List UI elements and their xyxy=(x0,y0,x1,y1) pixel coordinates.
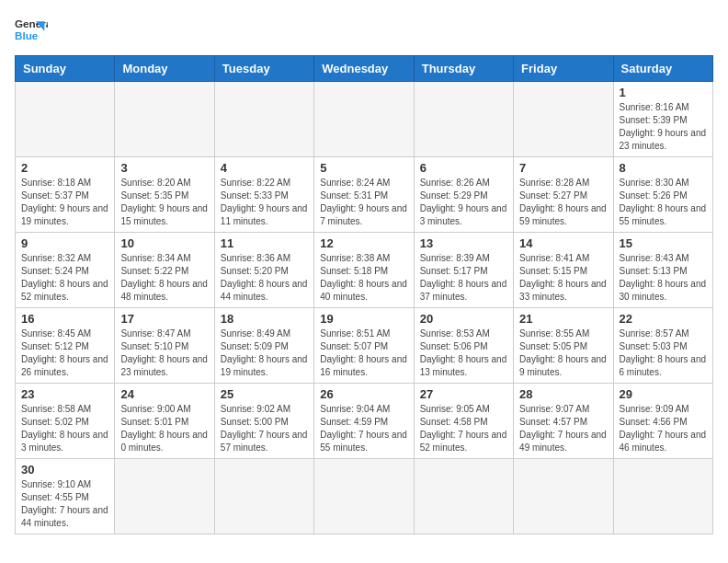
day-number: 19 xyxy=(320,312,407,326)
day-info: Sunrise: 9:10 AM Sunset: 4:55 PM Dayligh… xyxy=(21,478,108,530)
logo-icon: General Blue xyxy=(15,15,48,48)
day-number: 24 xyxy=(120,387,208,401)
calendar-cell: 8Sunrise: 8:30 AM Sunset: 5:26 PM Daylig… xyxy=(613,157,712,233)
day-number: 12 xyxy=(320,236,407,250)
calendar-cell: 13Sunrise: 8:39 AM Sunset: 5:17 PM Dayli… xyxy=(414,233,513,308)
calendar-cell xyxy=(214,459,313,534)
day-info: Sunrise: 8:28 AM Sunset: 5:27 PM Dayligh… xyxy=(519,177,607,228)
calendar-cell: 12Sunrise: 8:38 AM Sunset: 5:18 PM Dayli… xyxy=(314,233,414,308)
calendar-cell: 7Sunrise: 8:28 AM Sunset: 5:27 PM Daylig… xyxy=(514,157,613,233)
day-info: Sunrise: 8:49 AM Sunset: 5:09 PM Dayligh… xyxy=(221,327,308,379)
day-info: Sunrise: 8:43 AM Sunset: 5:13 PM Dayligh… xyxy=(620,252,707,304)
calendar-cell xyxy=(115,459,214,534)
svg-text:Blue: Blue xyxy=(15,29,39,41)
day-number: 21 xyxy=(519,312,607,326)
day-number: 30 xyxy=(21,463,108,477)
calendar-cell: 22Sunrise: 8:57 AM Sunset: 5:03 PM Dayli… xyxy=(613,308,712,384)
day-number: 25 xyxy=(221,387,308,401)
day-number: 20 xyxy=(420,312,507,326)
logo: General Blue xyxy=(15,15,48,48)
day-number: 4 xyxy=(221,161,308,175)
day-number: 10 xyxy=(120,236,208,250)
calendar-cell xyxy=(613,459,712,534)
calendar-cell: 24Sunrise: 9:00 AM Sunset: 5:01 PM Dayli… xyxy=(115,384,214,459)
day-info: Sunrise: 8:41 AM Sunset: 5:15 PM Dayligh… xyxy=(519,252,607,304)
day-number: 13 xyxy=(420,236,507,250)
day-number: 5 xyxy=(320,161,407,175)
calendar-cell xyxy=(414,82,513,157)
day-info: Sunrise: 8:45 AM Sunset: 5:12 PM Dayligh… xyxy=(21,327,108,379)
day-number: 28 xyxy=(519,387,607,401)
day-of-week-header: Saturday xyxy=(613,56,712,82)
calendar-cell: 15Sunrise: 8:43 AM Sunset: 5:13 PM Dayli… xyxy=(613,233,712,308)
day-info: Sunrise: 8:32 AM Sunset: 5:24 PM Dayligh… xyxy=(21,252,108,304)
calendar-week-row: 30Sunrise: 9:10 AM Sunset: 4:55 PM Dayli… xyxy=(16,459,713,534)
calendar-cell: 21Sunrise: 8:55 AM Sunset: 5:05 PM Dayli… xyxy=(514,308,613,384)
calendar-cell: 10Sunrise: 8:34 AM Sunset: 5:22 PM Dayli… xyxy=(115,233,214,308)
day-number: 26 xyxy=(320,387,407,401)
calendar-cell: 6Sunrise: 8:26 AM Sunset: 5:29 PM Daylig… xyxy=(414,157,513,233)
day-number: 22 xyxy=(620,312,707,326)
day-number: 1 xyxy=(620,86,707,99)
calendar-cell xyxy=(314,459,414,534)
day-info: Sunrise: 8:18 AM Sunset: 5:37 PM Dayligh… xyxy=(21,177,108,228)
day-number: 16 xyxy=(21,312,108,326)
day-info: Sunrise: 8:16 AM Sunset: 5:39 PM Dayligh… xyxy=(620,101,707,153)
day-info: Sunrise: 9:09 AM Sunset: 4:56 PM Dayligh… xyxy=(620,403,707,454)
day-of-week-header: Friday xyxy=(514,56,613,82)
day-info: Sunrise: 9:04 AM Sunset: 4:59 PM Dayligh… xyxy=(320,403,407,454)
day-number: 9 xyxy=(21,236,108,250)
calendar-cell: 27Sunrise: 9:05 AM Sunset: 4:58 PM Dayli… xyxy=(414,384,513,459)
calendar-cell xyxy=(514,459,613,534)
day-info: Sunrise: 8:55 AM Sunset: 5:05 PM Dayligh… xyxy=(519,327,607,379)
day-number: 18 xyxy=(221,312,308,326)
calendar-cell: 17Sunrise: 8:47 AM Sunset: 5:10 PM Dayli… xyxy=(115,308,214,384)
calendar-cell: 30Sunrise: 9:10 AM Sunset: 4:55 PM Dayli… xyxy=(16,459,115,534)
calendar-cell: 25Sunrise: 9:02 AM Sunset: 5:00 PM Dayli… xyxy=(214,384,313,459)
calendar-header-row: SundayMondayTuesdayWednesdayThursdayFrid… xyxy=(16,56,713,82)
calendar-cell: 5Sunrise: 8:24 AM Sunset: 5:31 PM Daylig… xyxy=(314,157,414,233)
day-number: 8 xyxy=(620,161,707,175)
calendar-cell xyxy=(514,82,613,157)
day-info: Sunrise: 9:02 AM Sunset: 5:00 PM Dayligh… xyxy=(221,403,308,454)
day-info: Sunrise: 9:05 AM Sunset: 4:58 PM Dayligh… xyxy=(420,403,507,454)
day-number: 23 xyxy=(21,387,108,401)
calendar-cell: 9Sunrise: 8:32 AM Sunset: 5:24 PM Daylig… xyxy=(16,233,115,308)
calendar-cell: 26Sunrise: 9:04 AM Sunset: 4:59 PM Dayli… xyxy=(314,384,414,459)
day-info: Sunrise: 8:38 AM Sunset: 5:18 PM Dayligh… xyxy=(320,252,407,304)
calendar-week-row: 23Sunrise: 8:58 AM Sunset: 5:02 PM Dayli… xyxy=(16,384,713,459)
day-info: Sunrise: 8:24 AM Sunset: 5:31 PM Dayligh… xyxy=(320,177,407,228)
day-number: 15 xyxy=(620,236,707,250)
calendar-cell: 1Sunrise: 8:16 AM Sunset: 5:39 PM Daylig… xyxy=(613,82,712,157)
day-info: Sunrise: 8:22 AM Sunset: 5:33 PM Dayligh… xyxy=(221,177,308,228)
calendar-cell: 3Sunrise: 8:20 AM Sunset: 5:35 PM Daylig… xyxy=(115,157,214,233)
day-info: Sunrise: 8:20 AM Sunset: 5:35 PM Dayligh… xyxy=(120,177,208,228)
calendar-week-row: 16Sunrise: 8:45 AM Sunset: 5:12 PM Dayli… xyxy=(16,308,713,384)
day-of-week-header: Thursday xyxy=(414,56,513,82)
day-info: Sunrise: 8:39 AM Sunset: 5:17 PM Dayligh… xyxy=(420,252,507,304)
day-of-week-header: Monday xyxy=(115,56,214,82)
calendar-cell xyxy=(314,82,414,157)
calendar-cell xyxy=(214,82,313,157)
calendar-cell: 18Sunrise: 8:49 AM Sunset: 5:09 PM Dayli… xyxy=(214,308,313,384)
day-info: Sunrise: 8:57 AM Sunset: 5:03 PM Dayligh… xyxy=(620,327,707,379)
day-of-week-header: Sunday xyxy=(16,56,115,82)
calendar-cell: 20Sunrise: 8:53 AM Sunset: 5:06 PM Dayli… xyxy=(414,308,513,384)
calendar-cell: 11Sunrise: 8:36 AM Sunset: 5:20 PM Dayli… xyxy=(214,233,313,308)
day-number: 2 xyxy=(21,161,108,175)
calendar-cell: 2Sunrise: 8:18 AM Sunset: 5:37 PM Daylig… xyxy=(16,157,115,233)
calendar-cell: 23Sunrise: 8:58 AM Sunset: 5:02 PM Dayli… xyxy=(16,384,115,459)
day-info: Sunrise: 9:00 AM Sunset: 5:01 PM Dayligh… xyxy=(120,403,208,454)
calendar-week-row: 2Sunrise: 8:18 AM Sunset: 5:37 PM Daylig… xyxy=(16,157,713,233)
day-info: Sunrise: 8:58 AM Sunset: 5:02 PM Dayligh… xyxy=(21,403,108,454)
day-number: 17 xyxy=(120,312,208,326)
day-info: Sunrise: 8:47 AM Sunset: 5:10 PM Dayligh… xyxy=(120,327,208,379)
day-info: Sunrise: 8:26 AM Sunset: 5:29 PM Dayligh… xyxy=(420,177,507,228)
calendar-cell: 14Sunrise: 8:41 AM Sunset: 5:15 PM Dayli… xyxy=(514,233,613,308)
day-of-week-header: Tuesday xyxy=(214,56,313,82)
calendar-week-row: 9Sunrise: 8:32 AM Sunset: 5:24 PM Daylig… xyxy=(16,233,713,308)
calendar-cell xyxy=(16,82,115,157)
day-info: Sunrise: 9:07 AM Sunset: 4:57 PM Dayligh… xyxy=(519,403,607,454)
calendar-cell: 29Sunrise: 9:09 AM Sunset: 4:56 PM Dayli… xyxy=(613,384,712,459)
day-number: 3 xyxy=(120,161,208,175)
